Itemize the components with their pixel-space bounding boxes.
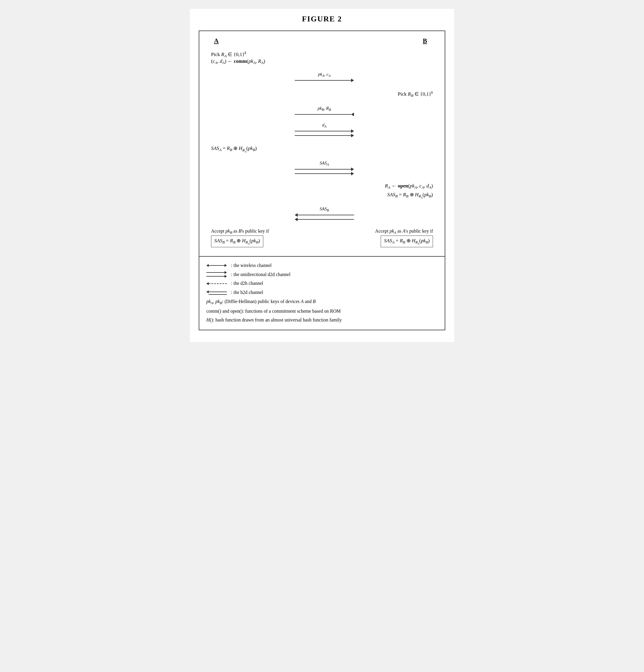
- accept-right-box: SASA = RB ⊕ HRA(pkB): [381, 236, 433, 247]
- d-line1: [206, 272, 224, 273]
- step-arrow-sasa: SASA: [208, 161, 436, 176]
- legend-d2h: : the d2h channel: [206, 279, 438, 288]
- double-arrow-sasb: [295, 213, 354, 221]
- accept-row: Accept pkB as B's public key if SASB = R…: [208, 228, 436, 247]
- legend-h2d-text: : the h2d channel: [231, 288, 263, 297]
- h2d-row1: [206, 290, 227, 293]
- step-b-compute: RA ← open(pkA, cA, dA) SASB = RB ⊕ HRA(p…: [208, 182, 436, 200]
- da-line2: [295, 135, 351, 136]
- middle-arrow-pka-ca: pkA, cA: [295, 72, 354, 82]
- b-compute-sasb: SASB = RB ⊕ HRA(pkB): [354, 191, 433, 200]
- right-b-compute: RA ← open(pkA, cA, dA) SASB = RB ⊕ HRA(p…: [354, 182, 436, 200]
- arrow-da-label: dA: [322, 123, 326, 129]
- legend-hash-text: H(): hash function drawn from an almost …: [206, 316, 342, 324]
- arrow-pka-ca-container: pkA, cA: [295, 72, 354, 82]
- step-pick-ra: Pick RA ∈ {0,1}k (cA, dA) ← comm(pkA, RA…: [208, 50, 436, 65]
- accept-right: Accept pkA as A's public key if SASA = R…: [354, 228, 436, 247]
- legend-unidirectional-text: : the unidirectional d2d channel: [231, 271, 291, 279]
- left-arrowhead: [206, 264, 209, 267]
- figure-title: FIGURE 2: [199, 15, 445, 23]
- arrow-sasb-label: SASB: [320, 206, 329, 212]
- legend-h2d-symbol: [206, 290, 230, 295]
- arrow-pkb-rb-left: [295, 113, 354, 116]
- double-arrow-sasa: [295, 168, 354, 176]
- sasb-line1: [297, 215, 354, 215]
- protocol-area: A B Pick RA ∈ {0,1}k (cA, dA) ← comm(pkA…: [199, 31, 445, 257]
- accept-left: Accept pkB as B's public key if SASB = R…: [208, 228, 295, 247]
- arrow-pkb-rb-label: pkB, RB: [318, 106, 331, 112]
- arrowhead-left-1: [351, 113, 354, 116]
- da-head2: [351, 134, 354, 137]
- legend-unidirectional-symbol: [206, 271, 230, 278]
- d-head1: [224, 271, 227, 274]
- legend-hash: H(): hash function drawn from an almost …: [206, 316, 438, 324]
- legend-comm-open-text: comm() and open(): functions of a commit…: [206, 307, 341, 316]
- step-arrow-da: dA: [208, 123, 436, 137]
- arrow-pkb-rb-container: pkB, RB: [295, 106, 354, 116]
- legend-d2h-text: : the d2h channel: [231, 279, 263, 288]
- d2h-arrow: [206, 282, 227, 285]
- left-pick-ra: Pick RA ∈ {0,1}k (cA, dA) ← comm(pkA, RA…: [208, 50, 295, 65]
- arrow-line-2: [295, 114, 351, 115]
- legend-h2d: : the h2d channel: [206, 288, 438, 297]
- step-arrow-pka-ca: pkA, cA: [208, 72, 436, 82]
- d2h-head: [206, 282, 209, 285]
- sasa-head2: [351, 172, 354, 176]
- legend-d2h-symbol: [206, 282, 230, 285]
- da-line1: [295, 131, 351, 131]
- arrowhead-right-1: [351, 79, 354, 82]
- middle-arrow-da: dA: [295, 123, 354, 137]
- arrow-pka-ca-right: [295, 79, 354, 82]
- sasa-row2: [295, 172, 354, 176]
- d2h-dash: [209, 283, 227, 284]
- accept-left-box: SASB = RB ⊕ HRA(pkB): [211, 236, 263, 247]
- step-arrow-sasb: SASB: [208, 206, 436, 221]
- d-line2: [206, 276, 224, 277]
- col-header-a: A: [208, 37, 288, 45]
- arrow-sasa-label: SASA: [320, 161, 329, 167]
- legend-wireless-symbol: [206, 264, 230, 267]
- step-pick-rb: Pick RB ∈ {0,1}k: [208, 88, 436, 99]
- h-line: [209, 265, 224, 266]
- sasb-head2: [295, 218, 297, 221]
- h2d-arrow: [206, 290, 227, 295]
- arrow-sasa-container: SASA: [295, 161, 354, 176]
- h2d-head1: [206, 290, 209, 293]
- double-arrow-symbol: [206, 271, 227, 278]
- h2d-line2: [209, 294, 227, 295]
- double-arrow-da: [295, 129, 354, 137]
- sasa-line2: [295, 173, 351, 174]
- legend-wireless: : the wireless channel: [206, 261, 438, 270]
- sasa-line1: [295, 169, 351, 169]
- double-arrow-row2: [206, 275, 227, 278]
- right-arrowhead: [224, 264, 227, 267]
- middle-arrow-sasb: SASB: [295, 206, 354, 221]
- sasb-row1: [295, 213, 354, 217]
- wireless-arrow: [206, 264, 227, 267]
- accept-left-text: Accept pkB as B's public key if: [211, 228, 295, 236]
- arrow-line-1: [295, 80, 351, 81]
- da-head1: [351, 129, 354, 133]
- middle-arrow-sasa: SASA: [295, 161, 354, 176]
- d-head2: [224, 275, 227, 278]
- legend-area: : the wireless channel: [199, 257, 445, 330]
- legend-pkkeys-text: pkA, pkB: (Diffie-Hellman) public keys o…: [206, 297, 316, 307]
- col-header-b: B: [356, 37, 436, 45]
- sasb-row2: [295, 218, 354, 221]
- accept-right-text: Accept pkA as A's public key if: [354, 228, 433, 236]
- sasa-head1: [351, 168, 354, 171]
- right-pick-rb: Pick RB ∈ {0,1}k: [354, 90, 436, 98]
- sasb-head1: [295, 213, 297, 217]
- b-compute-open: RA ← open(pkA, cA, dA): [354, 182, 433, 191]
- commit-text: (cA, dA) ← comm(pkA, RA): [211, 58, 295, 65]
- main-box: A B Pick RA ∈ {0,1}k (cA, dA) ← comm(pkA…: [199, 31, 445, 330]
- arrow-pka-ca-label: pkA, cA: [318, 72, 330, 78]
- legend-unidirectional: : the unidirectional d2d channel: [206, 271, 438, 279]
- sasb-line2: [297, 219, 354, 220]
- col-headers: A B: [208, 37, 436, 45]
- arrow-da-container: dA: [295, 123, 354, 137]
- pick-ra-text: Pick RA ∈ {0,1}k: [211, 50, 295, 58]
- h2d-line1: [209, 291, 227, 292]
- step-arrow-pkb-rb: pkB, RB: [208, 106, 436, 116]
- sasa-row1: [295, 168, 354, 171]
